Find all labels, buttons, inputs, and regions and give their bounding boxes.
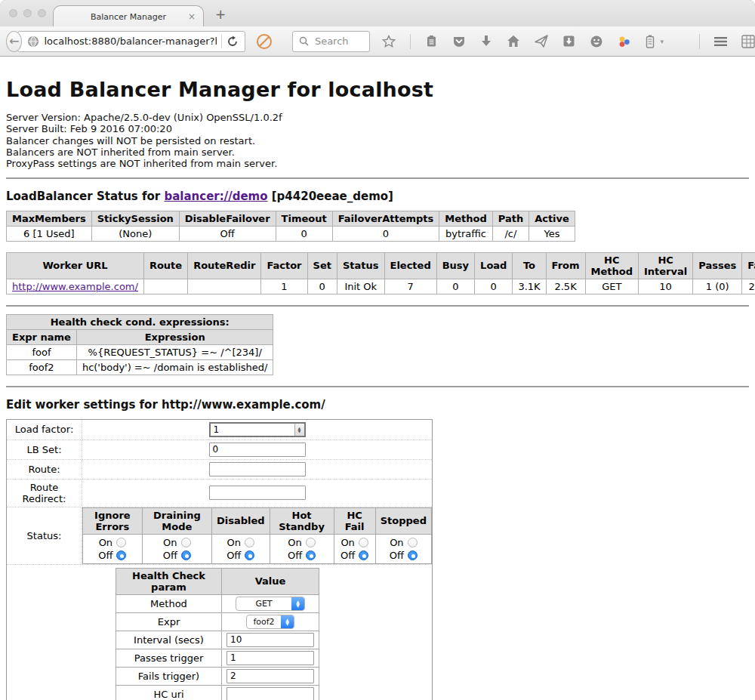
radio-ignore-errors-on[interactable]	[116, 538, 126, 547]
on-label: On	[341, 536, 354, 549]
col-maxmembers: MaxMembers	[7, 211, 92, 226]
url-text[interactable]: localhost:8880/balancer-manager?b=demo&w…	[44, 35, 216, 47]
form-row-load-factor: Load factor: ▲▼	[7, 419, 433, 439]
expr-table-title: Health check cond. expressions:	[7, 314, 273, 329]
server-built: Server Built: Feb 9 2016 07:00:20	[6, 123, 749, 134]
lb-set-input[interactable]	[209, 443, 306, 457]
tab-bar: Balancer Manager × +	[0, 0, 755, 26]
radio-hot-standby-off[interactable]	[306, 550, 316, 560]
cell-stickysession: (None)	[91, 226, 179, 241]
col-expr-name: Expr name	[7, 329, 77, 344]
cell-fails: 2 (0)	[742, 279, 755, 294]
col-to: To	[513, 252, 546, 279]
cell-path: /c/	[492, 226, 528, 241]
pocket-icon[interactable]	[452, 35, 466, 48]
radio-draining-mode-on[interactable]	[181, 538, 191, 547]
route-redirect-input[interactable]	[209, 486, 306, 500]
col-load: Load	[475, 252, 513, 279]
navigation-toolbar: ← localhost:8880/balancer-manager?b=demo…	[0, 26, 755, 57]
radio-hc-fail-off[interactable]	[359, 550, 368, 560]
radio-disabled-off[interactable]	[245, 550, 254, 560]
toolbar-icons: ▾	[382, 34, 755, 49]
hc-uri-input[interactable]	[226, 687, 314, 700]
radio-hot-standby-on[interactable]	[306, 538, 316, 547]
browser-window: Balancer Manager × + ← localhost:8880/ba…	[0, 0, 755, 700]
apps-grid-icon[interactable]	[741, 35, 755, 48]
adblock-disabled-icon[interactable]	[256, 33, 273, 50]
interval-input[interactable]	[226, 633, 314, 647]
on-label: On	[288, 536, 301, 549]
page-title: Load Balancer Manager for localhost	[6, 78, 749, 101]
form-row-route: Route:	[7, 459, 433, 479]
col-routeredir: RouteRedir	[188, 252, 261, 279]
home-icon[interactable]	[507, 35, 520, 48]
route-redirect-label: Route Redirect:	[7, 479, 82, 507]
worker-url-link[interactable]: http://www.example.com/	[12, 281, 138, 292]
loadbalancer-status-heading: LoadBalancer Status for balancer://demo …	[6, 190, 749, 203]
battery-icon[interactable]	[646, 35, 655, 48]
col-busy: Busy	[436, 252, 474, 279]
col-status: Status	[337, 252, 384, 279]
radio-ignore-errors-off[interactable]	[116, 550, 126, 560]
cell-maxmembers: 6 [1 Used]	[7, 226, 92, 241]
cell-load: 0	[475, 279, 513, 294]
cell-timeout: 0	[276, 226, 332, 241]
on-label: On	[163, 536, 177, 549]
reload-icon[interactable]	[226, 35, 239, 48]
col-hot-standby: Hot Standby	[270, 507, 334, 534]
bookmark-star-icon[interactable]	[382, 35, 396, 48]
tab-balancer-manager[interactable]: Balancer Manager ×	[53, 5, 204, 27]
new-tab-button[interactable]: +	[215, 7, 226, 22]
url-bar[interactable]: localhost:8880/balancer-manager?b=demo&w…	[17, 31, 245, 52]
col-path: Path	[492, 211, 528, 226]
close-tab-icon[interactable]: ×	[188, 11, 196, 22]
cell-set: 0	[307, 279, 337, 294]
col-set: Set	[307, 252, 337, 279]
passes-trigger-input[interactable]	[226, 651, 314, 665]
radio-stopped-on[interactable]	[408, 538, 418, 547]
form-row-health-check: Health Check param Value Method GET ▲▼	[7, 564, 433, 700]
load-factor-stepper: ▲▼	[209, 422, 306, 437]
load-factor-input[interactable]	[211, 424, 294, 436]
method-select[interactable]: GET ▲▼	[236, 597, 305, 611]
table-header-row: Worker URL Route RouteRedir Factor Set S…	[7, 252, 755, 279]
radio-draining-mode-off[interactable]	[181, 550, 191, 560]
route-input[interactable]	[209, 462, 306, 476]
send-icon[interactable]	[535, 35, 548, 48]
expr-selected-value: foof2	[247, 617, 281, 627]
zoom-window-button[interactable]	[38, 9, 46, 17]
status-table: Ignore Errors Draining Mode Disabled Hot…	[82, 507, 432, 564]
download-icon[interactable]	[480, 35, 492, 48]
color-dots-icon[interactable]	[618, 35, 631, 48]
radio-hc-fail-on[interactable]	[359, 538, 368, 547]
expr-select[interactable]: foof2 ▲▼	[246, 615, 294, 629]
status-cell-hot-standby: On Off	[270, 534, 334, 563]
back-button[interactable]: ←	[6, 31, 22, 52]
globe-icon	[27, 35, 39, 48]
hc-uri-label: HC uri	[116, 685, 222, 700]
status-heading-suffix: [p4420eeae_demo]	[268, 190, 393, 203]
fails-trigger-input[interactable]	[226, 669, 314, 683]
close-window-button[interactable]	[9, 9, 17, 17]
radio-stopped-off[interactable]	[408, 550, 418, 560]
clipboard-icon[interactable]	[425, 35, 438, 48]
cell-method: bytraffic	[439, 226, 492, 241]
search-bar[interactable]: Search	[292, 31, 371, 52]
menu-icon[interactable]	[714, 36, 727, 47]
minimize-window-button[interactable]	[23, 9, 32, 17]
status-label: Status:	[7, 507, 82, 564]
chevron-down-icon[interactable]: ▾	[660, 38, 664, 45]
hc-row-hc-uri: HC uri	[116, 685, 319, 700]
cell-expr-name: foof	[7, 344, 77, 359]
balancer-demo-link[interactable]: balancer://demo	[164, 190, 267, 203]
spinner-icon[interactable]: ▲▼	[294, 424, 304, 436]
cell-to: 3.1K	[513, 279, 546, 294]
col-failoverattempts: FailoverAttempts	[332, 211, 439, 226]
radio-disabled-on[interactable]	[245, 538, 254, 547]
balancer-status-table: MaxMembers StickySession DisableFailover…	[6, 211, 575, 242]
select-arrows-icon: ▲▼	[281, 615, 294, 629]
smiley-icon[interactable]	[590, 35, 603, 48]
download-box-icon[interactable]	[562, 35, 575, 48]
status-cell-stopped: On Off	[375, 534, 431, 563]
on-label: On	[390, 536, 403, 549]
